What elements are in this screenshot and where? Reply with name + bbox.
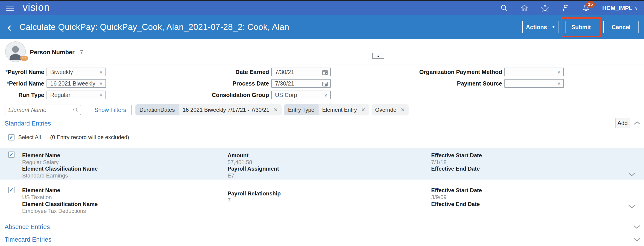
chevron-down-icon: ∨ xyxy=(557,81,560,86)
consolidation-group-select[interactable]: US Corp ∨ xyxy=(271,91,331,99)
divider xyxy=(0,218,644,218)
row-checkbox[interactable]: ✓ xyxy=(8,151,14,158)
org-payment-method-label: Organization Payment Method xyxy=(392,69,502,75)
page-title: Calculate QuickPay: QuickPay_Cook, Alan_… xyxy=(20,22,289,32)
excluded-note: (0 Entry record will be excluded) xyxy=(50,134,129,140)
select-all-row: ✓ Select All (0 Entry record will be exc… xyxy=(8,134,129,140)
element-filter-bar: Show Filters DurationDates 16 2021 Biwee… xyxy=(4,104,640,116)
field-label: Effective Start Date xyxy=(431,152,482,159)
panel-collapse-button[interactable]: ▴ xyxy=(372,53,384,59)
divider xyxy=(0,129,644,129)
cancel-button[interactable]: Cancel xyxy=(603,21,639,33)
page-header: ‹ Calculate QuickPay: QuickPay_Cook, Ala… xyxy=(0,15,644,39)
user-menu[interactable]: HCM_IMPL ∨ xyxy=(602,5,638,11)
collapse-section-icon[interactable] xyxy=(634,121,641,126)
collapse-up-icon: ▴ xyxy=(377,54,379,58)
run-type-select[interactable]: Regular ∨ xyxy=(46,91,106,99)
element-name-search-input[interactable] xyxy=(4,105,81,115)
quickpay-parameters-form: *Payroll Name Biweekly ∨ *Period Name 16… xyxy=(0,65,644,104)
submit-button[interactable]: Submit xyxy=(565,21,597,33)
standard-entries-section-title[interactable]: Standard Entries xyxy=(4,120,51,127)
absence-entries-section: Absence Entries xyxy=(4,222,641,232)
date-earned-input[interactable]: 7/30/21 xyxy=(271,68,331,76)
person-number-value: 7 xyxy=(80,49,83,56)
search-icon[interactable] xyxy=(500,4,508,12)
divider xyxy=(0,117,644,117)
element-name-search xyxy=(4,105,81,115)
field-label: Effective End Date xyxy=(431,201,480,208)
expand-section-icon[interactable] xyxy=(633,237,641,242)
dropdown-arrow-icon: ▼ xyxy=(552,25,555,29)
person-number-label: Person Number xyxy=(30,49,75,56)
filter-chip-override: Override ✕ xyxy=(372,104,408,116)
field-label: Element Classification Name xyxy=(22,165,98,172)
timecard-entries-title[interactable]: Timecard Entries xyxy=(4,236,51,243)
field-value: 57,401.58 xyxy=(228,159,252,166)
table-row: ✓ Element Name Regular Salary Element Cl… xyxy=(0,148,644,180)
chevron-down-icon: ∨ xyxy=(557,69,560,75)
chevron-down-icon: ∨ xyxy=(634,5,638,11)
actions-button[interactable]: Actions ▼ xyxy=(522,21,559,33)
calculate-quickpay-page: vision xyxy=(0,0,644,246)
filter-chip-entry-type: Entry Type Element Entry ✕ xyxy=(284,104,369,116)
close-icon[interactable]: ✕ xyxy=(274,107,278,113)
field-label: Element Name xyxy=(22,187,60,194)
global-header: vision xyxy=(0,1,644,15)
vision-logo: vision xyxy=(22,2,50,14)
field-value: 3/9/09 xyxy=(431,194,482,201)
expand-row-icon[interactable] xyxy=(628,204,636,210)
payroll-name-select[interactable]: Biweekly ∨ xyxy=(46,68,106,76)
close-icon[interactable]: ✕ xyxy=(361,107,366,113)
calendar-icon[interactable] xyxy=(322,81,328,89)
period-name-label: *Period Name xyxy=(0,80,44,87)
calendar-icon[interactable] xyxy=(322,69,328,77)
period-name-select[interactable]: 16 2021 Biweekly ∨ xyxy=(46,79,106,88)
search-icon xyxy=(72,107,79,113)
payment-source-label: Payment Source xyxy=(392,80,502,87)
notification-count-badge: 15 xyxy=(586,1,595,7)
field-value: Employee Tax Deductions xyxy=(22,208,98,215)
hamburger-menu-icon[interactable] xyxy=(6,4,14,12)
avatar-actions-icon[interactable]: ••• xyxy=(20,56,28,61)
field-value: Standard Earnings xyxy=(22,172,98,179)
timecard-entries-section: Timecard Entries xyxy=(4,235,641,245)
expand-section-icon[interactable] xyxy=(633,224,641,230)
favorites-star-icon[interactable] xyxy=(540,4,549,12)
user-menu-label: HCM_IMPL xyxy=(602,5,632,11)
flag-icon[interactable] xyxy=(561,4,570,12)
process-date-label: Process Date xyxy=(184,80,269,87)
field-label: Element Name xyxy=(22,152,60,159)
filter-chips: DurationDates 16 2021 Biweekly 7/17/21 -… xyxy=(136,104,409,116)
org-payment-method-select[interactable]: ∨ xyxy=(504,68,564,76)
home-icon[interactable] xyxy=(520,4,528,12)
field-label: Amount xyxy=(228,152,252,159)
expand-row-icon[interactable] xyxy=(628,172,636,178)
show-filters-link[interactable]: Show Filters xyxy=(94,107,126,113)
page-header-buttons: Actions ▼ Submit Cancel xyxy=(522,15,639,39)
field-value: 7 xyxy=(228,197,281,204)
field-value: 7/1/18 xyxy=(431,159,482,166)
divider xyxy=(131,105,132,115)
close-icon[interactable]: ✕ xyxy=(400,107,405,113)
field-label: Payroll Relationship xyxy=(228,190,281,197)
field-label: Element Classification Name xyxy=(22,201,98,208)
submit-annotation-box: Submit xyxy=(561,17,602,37)
payment-source-select[interactable]: ∨ xyxy=(504,79,564,88)
chevron-down-icon: ∨ xyxy=(99,69,103,75)
process-date-input[interactable]: 7/30/21 xyxy=(271,79,331,88)
field-value: Regular Salary xyxy=(22,159,60,166)
table-row: ✓ Element Name US Taxation Element Class… xyxy=(0,180,644,218)
back-icon[interactable]: ‹ xyxy=(6,22,14,32)
add-button[interactable]: Add xyxy=(615,118,630,128)
field-label: Effective Start Date xyxy=(431,187,482,194)
person-number-row: Person Number 7 xyxy=(30,49,83,56)
row-checkbox[interactable]: ✓ xyxy=(8,187,14,193)
notifications-bell-icon[interactable]: 15 xyxy=(582,4,590,12)
select-all-checkbox[interactable]: ✓ xyxy=(8,134,14,140)
date-earned-label: Date Earned xyxy=(184,69,269,75)
global-header-actions: 15 HCM_IMPL ∨ xyxy=(500,1,638,15)
field-label: Payroll Assignment xyxy=(228,165,279,172)
person-summary-panel: ••• Person Number 7 ▴ xyxy=(0,39,644,65)
absence-entries-title[interactable]: Absence Entries xyxy=(4,224,50,231)
filter-chip-duration-dates: DurationDates 16 2021 Biweekly 7/17/21 -… xyxy=(136,104,282,116)
